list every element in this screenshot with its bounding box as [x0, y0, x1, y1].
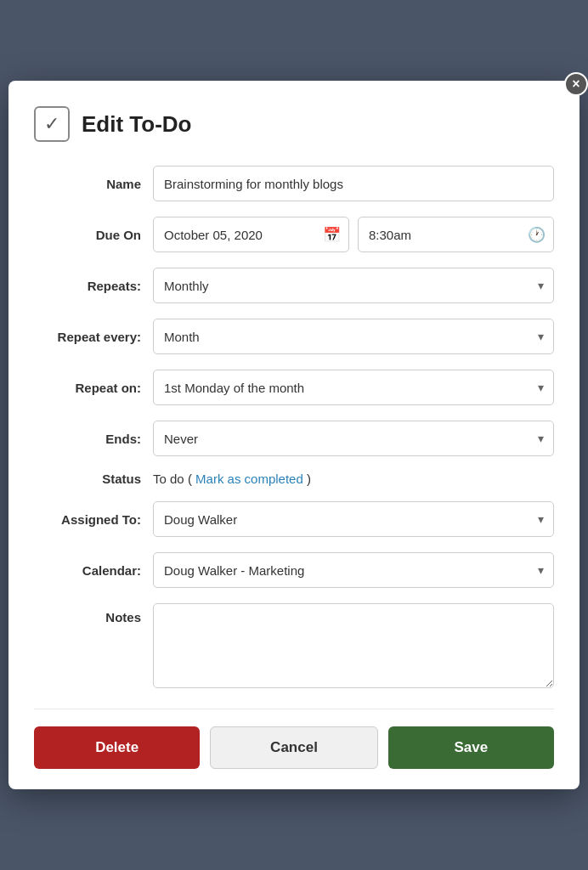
close-button[interactable]: × — [564, 72, 588, 96]
todo-checkbox-icon: ✓ — [34, 106, 70, 142]
calendar-icon: 📅 — [323, 226, 341, 244]
due-on-label: Due On — [34, 228, 153, 242]
repeat-on-select[interactable]: 1st Monday of the month 2nd Monday of th… — [153, 370, 554, 405]
status-paren-close: ) — [307, 472, 311, 486]
modal-title: Edit To-Do — [82, 111, 191, 138]
notes-label: Notes — [34, 603, 153, 624]
modal-header: ✓ Edit To-Do — [34, 106, 554, 142]
ends-select-wrapper: Never On Date After Occurrences ▾ — [153, 421, 554, 456]
status-label: Status — [34, 472, 153, 486]
repeat-every-row: Repeat every: Month Day Week Year ▾ — [34, 319, 554, 354]
repeats-select-wrapper: Monthly Never Daily Weekly Yearly ▾ — [153, 268, 554, 303]
notes-textarea[interactable] — [153, 603, 554, 688]
repeat-on-select-wrapper: 1st Monday of the month 2nd Monday of th… — [153, 370, 554, 405]
ends-row: Ends: Never On Date After Occurrences ▾ — [34, 421, 554, 456]
calendar-row: Calendar: Doug Walker - Marketing ▾ — [34, 552, 554, 588]
repeat-every-label: Repeat every: — [34, 330, 153, 344]
delete-button[interactable]: Delete — [34, 726, 200, 769]
repeat-on-label: Repeat on: — [34, 381, 153, 395]
modal-footer: Delete Cancel Save — [34, 726, 554, 769]
cancel-button[interactable]: Cancel — [210, 726, 377, 769]
assigned-to-row: Assigned To: Doug Walker ▾ — [34, 501, 554, 537]
calendar-select-wrapper: Doug Walker - Marketing ▾ — [153, 552, 554, 588]
time-input-wrap: 🕐 — [358, 217, 554, 252]
status-row: Status To do ( Mark as completed ) — [34, 472, 554, 486]
assigned-to-label: Assigned To: — [34, 512, 153, 527]
repeats-row: Repeats: Monthly Never Daily Weekly Year… — [34, 268, 554, 303]
calendar-label: Calendar: — [34, 563, 153, 578]
name-row: Name — [34, 166, 554, 201]
due-on-row: Due On 📅 🕐 — [34, 217, 554, 252]
date-input[interactable] — [153, 217, 349, 252]
status-text: To do — [153, 472, 184, 486]
checkmark-icon: ✓ — [44, 113, 59, 135]
footer-divider — [34, 709, 554, 709]
mark-completed-link[interactable]: Mark as completed — [195, 472, 303, 486]
repeats-label: Repeats: — [34, 279, 153, 293]
repeats-select[interactable]: Monthly Never Daily Weekly Yearly — [153, 268, 554, 303]
ends-select[interactable]: Never On Date After Occurrences — [153, 421, 554, 456]
time-input[interactable] — [358, 217, 554, 252]
name-label: Name — [34, 177, 153, 191]
assigned-to-select-wrapper: Doug Walker ▾ — [153, 501, 554, 537]
edit-todo-modal: × ✓ Edit To-Do Name Due On 📅 🕐 Repeats: — [8, 81, 580, 789]
name-input[interactable] — [153, 166, 554, 201]
assigned-to-select[interactable]: Doug Walker — [153, 501, 554, 537]
repeat-every-select-wrapper: Month Day Week Year ▾ — [153, 319, 554, 354]
status-paren-open: ( — [188, 472, 192, 486]
repeat-every-select[interactable]: Month Day Week Year — [153, 319, 554, 354]
ends-label: Ends: — [34, 432, 153, 446]
notes-row: Notes — [34, 603, 554, 688]
save-button[interactable]: Save — [388, 726, 554, 769]
repeat-on-row: Repeat on: 1st Monday of the month 2nd M… — [34, 370, 554, 405]
calendar-select[interactable]: Doug Walker - Marketing — [153, 552, 554, 588]
clock-icon: 🕐 — [528, 226, 546, 244]
status-value: To do ( Mark as completed ) — [153, 472, 311, 486]
date-input-wrap: 📅 — [153, 217, 349, 252]
due-on-group: 📅 🕐 — [153, 217, 554, 252]
